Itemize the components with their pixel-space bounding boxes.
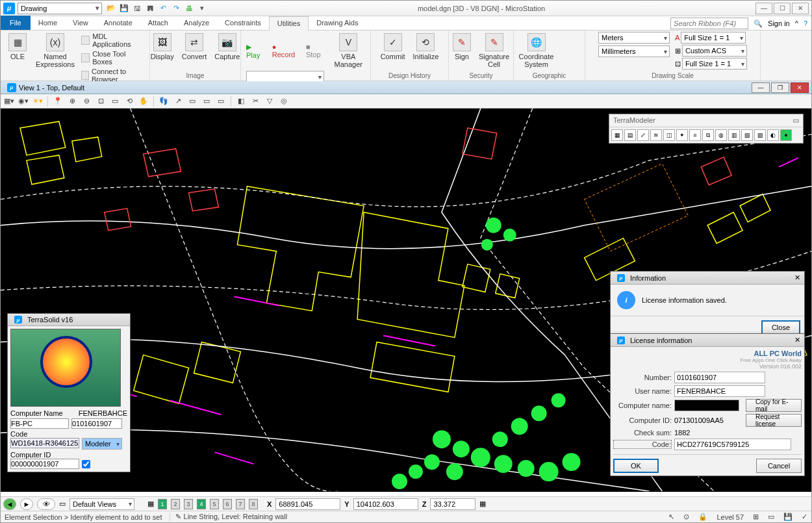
license-cancel-button[interactable]: Cancel xyxy=(756,459,802,473)
view-previous-icon[interactable]: ▭ xyxy=(186,96,198,107)
units-secondary-combo[interactable]: Millimeters xyxy=(598,45,670,57)
ts-cid-input[interactable] xyxy=(10,459,79,469)
lic-code-input[interactable] xyxy=(674,439,791,450)
nav-fwd-button[interactable]: ► xyxy=(20,498,33,510)
geo-icon-4[interactable] xyxy=(572,32,582,42)
signin-link[interactable]: Sign in xyxy=(768,19,790,27)
ts-checkbox[interactable] xyxy=(82,460,90,468)
rotate-view-icon[interactable]: ⟲ xyxy=(123,96,135,107)
acs-icon[interactable]: ⊞ xyxy=(675,47,681,55)
status-level[interactable]: Level 57 xyxy=(717,513,744,521)
cursor-icon[interactable]: ↖ xyxy=(668,513,674,521)
search-ribbon-input[interactable] xyxy=(670,18,748,29)
tab-analyze[interactable]: Analyze xyxy=(176,16,217,30)
redo-icon[interactable]: ↷ xyxy=(171,3,181,14)
geo-icon-6[interactable] xyxy=(572,55,582,66)
mdl-applications-button[interactable]: MDL Applications xyxy=(81,32,144,49)
snap-icon[interactable]: ⊙ xyxy=(683,513,689,521)
open-icon[interactable]: 📂 xyxy=(106,3,116,14)
tm-icon-14[interactable]: ● xyxy=(780,129,792,141)
ole-button[interactable]: ▦OLE xyxy=(6,32,29,62)
tm-icon-10[interactable]: ▥ xyxy=(728,129,740,141)
maximize-button[interactable]: ☐ xyxy=(774,3,791,14)
lic-user-input[interactable] xyxy=(674,385,765,397)
lic-number-input[interactable] xyxy=(674,372,765,383)
x-coord[interactable]: 68891.045 xyxy=(275,498,340,510)
accudraw-icon[interactable]: ▦ xyxy=(479,500,486,508)
cad-canvas[interactable]: TerraModeler▭ ▦▤⤢≋◫✦≡⧉◍▥▧▨◐● μTerraSolid… xyxy=(1,108,811,492)
commit-button[interactable]: ✓Commit xyxy=(378,32,408,62)
undo-icon[interactable]: ↶ xyxy=(158,3,168,14)
changes-icon[interactable]: ✓ xyxy=(802,513,807,521)
brightness-icon[interactable]: ☀▾ xyxy=(32,96,44,107)
annotation-scale-icon[interactable]: A xyxy=(675,34,679,42)
request-license-button[interactable]: Request license xyxy=(746,414,802,427)
information-dialog[interactable]: μInformation✕ i License information save… xyxy=(610,271,805,339)
close-button[interactable]: ✕ xyxy=(792,3,809,14)
display-style-icon[interactable]: ◉▾ xyxy=(18,96,29,107)
zoom-out-icon[interactable]: ⊖ xyxy=(81,96,92,107)
view-8-button[interactable]: 8 xyxy=(249,499,258,509)
tm-icon-11[interactable]: ▧ xyxy=(741,129,753,141)
tab-attach[interactable]: Attach xyxy=(140,16,176,30)
ts-code-input[interactable] xyxy=(10,438,79,448)
ts-pc-input[interactable] xyxy=(10,418,69,429)
tab-annotate[interactable]: Annotate xyxy=(96,16,140,30)
capture-button[interactable]: 📷Capture xyxy=(212,32,242,62)
geo-icon-5[interactable] xyxy=(572,44,582,54)
close-toolboxes-button[interactable]: Close Tool Boxes xyxy=(81,49,144,66)
view-3-button[interactable]: 3 xyxy=(184,499,193,509)
custom-acs-combo[interactable]: Custom ACS xyxy=(682,45,747,57)
default-views-combo[interactable]: Default Views xyxy=(70,498,134,510)
lic-cname-input[interactable] xyxy=(674,400,739,411)
view-4-button[interactable]: 4 xyxy=(197,499,206,509)
terrasolid-panel[interactable]: μTerraSolid v16 Computer NameFENERBAHCE … xyxy=(7,313,131,472)
units-primary-combo[interactable]: Meters xyxy=(598,32,670,44)
view-next-icon[interactable]: ▭ xyxy=(201,96,212,107)
tm-icon-12[interactable]: ▨ xyxy=(754,129,766,141)
fit-view-icon[interactable]: ⊡ xyxy=(95,96,107,107)
view-restore-button[interactable]: ❐ xyxy=(771,83,789,93)
geo-icon-2[interactable] xyxy=(559,44,569,54)
fullsize-1-combo[interactable]: Full Size 1 = 1 xyxy=(681,32,746,44)
license-dialog[interactable]: μLicense information✕ ALL PC World Free … xyxy=(610,333,805,476)
more-icon[interactable]: ▾ xyxy=(197,3,207,14)
save-icon[interactable]: 💾 xyxy=(119,3,129,14)
view-extra-icon[interactable]: ◎ xyxy=(278,96,290,107)
view-7-button[interactable]: 7 xyxy=(236,499,245,509)
clip-volume-icon[interactable]: ◧ xyxy=(235,96,247,107)
tab-utilities[interactable]: Utilities xyxy=(269,16,309,31)
sign-button[interactable]: ✎Sign xyxy=(450,32,474,70)
zoom-marker-icon[interactable]: 📍 xyxy=(52,96,64,107)
fullsize-2-combo[interactable]: Full Size 1 = 1 xyxy=(682,58,747,70)
view-5-button[interactable]: 5 xyxy=(210,499,219,509)
z-coord[interactable]: 33.372 xyxy=(430,498,476,510)
collapse-ribbon-icon[interactable]: ^ xyxy=(795,19,798,27)
print-icon[interactable]: 🖶 xyxy=(184,3,194,14)
disk-icon[interactable]: 💾 xyxy=(783,513,793,521)
play-button[interactable]: ▶ Play xyxy=(246,43,267,59)
tm-icon-1[interactable]: ▦ xyxy=(611,129,623,141)
tm-icon-7[interactable]: ≡ xyxy=(689,129,701,141)
savesettings-icon[interactable]: 🖫 xyxy=(132,3,142,14)
geo-icon-1[interactable] xyxy=(559,32,569,42)
view-1-button[interactable]: 1 xyxy=(158,499,167,509)
workflow-combo[interactable]: Drawing xyxy=(18,3,102,14)
tm-icon-2[interactable]: ▤ xyxy=(624,129,636,141)
fly-icon[interactable]: ↗ xyxy=(172,96,184,107)
tm-icon-9[interactable]: ◍ xyxy=(715,129,727,141)
tm-icon-5[interactable]: ◫ xyxy=(663,129,675,141)
tab-constraints[interactable]: Constraints xyxy=(217,16,269,30)
view-2-button[interactable]: 2 xyxy=(171,499,180,509)
view-perspective-icon[interactable]: ▽ xyxy=(264,96,275,107)
named-expressions-button[interactable]: (x)Named Expressions xyxy=(33,32,77,70)
help-icon[interactable]: ? xyxy=(804,19,807,27)
initialize-button[interactable]: ⟲Initialize xyxy=(411,32,442,62)
viewgroups-icon[interactable]: ▦ xyxy=(147,500,154,508)
display-button[interactable]: 🖼Display xyxy=(148,32,177,62)
view-close-button[interactable]: ✕ xyxy=(791,83,809,93)
copy-view-icon[interactable]: ▭ xyxy=(215,96,227,107)
info-close-button[interactable]: Close xyxy=(761,320,800,335)
vba-manager-button[interactable]: VVBA Manager xyxy=(332,32,365,70)
pan-view-icon[interactable]: ✋ xyxy=(138,96,149,107)
